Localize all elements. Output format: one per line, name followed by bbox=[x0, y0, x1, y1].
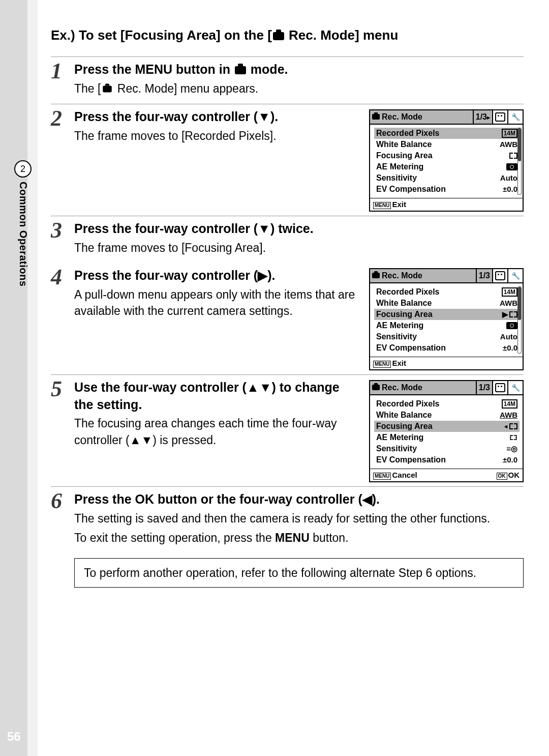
camera-icon bbox=[372, 273, 380, 278]
lcd-row-recorded-pixels: Recorded Pixels14M bbox=[374, 286, 520, 298]
step-number: 5 bbox=[51, 378, 74, 400]
step-number: 6 bbox=[51, 490, 74, 512]
lcd-footer: MENUExit bbox=[370, 198, 523, 211]
manual-page: 56 2 Common Operations Ex.) To set [Focu… bbox=[0, 0, 549, 756]
step-1: 1 Press the MENU button in mode. The [ R… bbox=[51, 56, 524, 100]
step-3: 3 Press the four-way controller (▼) twic… bbox=[51, 216, 524, 259]
section-label: Common Operations bbox=[17, 182, 29, 286]
lcd-footer: MENUExit bbox=[370, 357, 523, 369]
margin-strip-light bbox=[27, 0, 38, 756]
step-number: 1 bbox=[51, 60, 74, 82]
step-title: Press the OK button or the four-way cont… bbox=[74, 491, 524, 508]
step-title: Use the four-way controller (▲▼) to chan… bbox=[74, 379, 360, 414]
lcd-title: Rec. Mode bbox=[370, 381, 476, 394]
lcd-tab-icon bbox=[492, 110, 507, 124]
margin-strip-dark bbox=[0, 0, 27, 756]
section-number-circle: 2 bbox=[14, 160, 32, 178]
step-title: Press the four-way controller (▶). bbox=[74, 267, 360, 284]
lcd-row-ev-comp: EV Compensation±0.0 bbox=[374, 454, 520, 466]
step-body-text: The focusing area changes each time the … bbox=[74, 415, 360, 448]
camera-icon bbox=[372, 385, 380, 390]
lcd-row-white-balance: White BalanceAWB bbox=[374, 139, 520, 150]
lcd-tab-icon: 🔧 bbox=[507, 269, 523, 282]
step-number: 2 bbox=[51, 107, 74, 130]
example-heading: Ex.) To set [Focusing Area] on the [ Rec… bbox=[51, 27, 524, 43]
step-title: Press the MENU button in mode. bbox=[74, 61, 524, 78]
page-number: 56 bbox=[7, 730, 21, 744]
lcd-row-sensitivity: Sensitivity≡◎ bbox=[374, 443, 520, 454]
lcd-row-recorded-pixels: Recorded Pixels14M bbox=[374, 398, 520, 410]
step-title: Press the four-way controller (▼) twice. bbox=[74, 220, 524, 238]
step-number: 3 bbox=[51, 219, 74, 242]
lcd-title: Rec. Mode bbox=[370, 269, 476, 282]
lcd-row-ev-comp: EV Compensation±0.0 bbox=[374, 184, 520, 195]
step-body-text: The frame moves to [Focusing Area]. bbox=[74, 240, 524, 256]
lcd-row-recorded-pixels: Recorded Pixels14M bbox=[374, 128, 520, 139]
camera-icon bbox=[235, 66, 246, 74]
step-body-text: The setting is saved and then the camera… bbox=[74, 510, 524, 527]
step-body-text: To exit the setting operation, press the… bbox=[74, 530, 524, 546]
lcd-row-ev-comp: EV Compensation±0.0 bbox=[374, 342, 520, 354]
lcd-row-sensitivity: SensitivityAuto bbox=[374, 331, 520, 342]
lcd-row-ae-metering: AE Metering bbox=[374, 432, 520, 443]
heading-text-b: Rec. Mode] menu bbox=[285, 27, 398, 43]
lcd-tab-icon bbox=[492, 269, 507, 282]
lcd-preview-3: Rec. Mode 1/3 🔧 Recorded Pixels14M White… bbox=[369, 380, 524, 482]
section-tab: 2 Common Operations bbox=[14, 160, 32, 286]
lcd-row-focusing-area: Focusing Area▶ bbox=[374, 309, 520, 320]
step-4: 4 Press the four-way controller (▶). A p… bbox=[51, 263, 524, 370]
lcd-row-ae-metering: AE Metering bbox=[374, 161, 520, 172]
lcd-page-indicator: 1/3 bbox=[476, 381, 492, 394]
lcd-preview-2: Rec. Mode 1/3 🔧 Recorded Pixels14M White… bbox=[369, 268, 524, 370]
note-box: To perform another operation, refer to t… bbox=[74, 558, 524, 588]
lcd-tab-icon: 🔧 bbox=[507, 381, 523, 394]
lcd-tab-icon bbox=[492, 381, 507, 394]
lcd-row-white-balance: White BalanceAWB bbox=[374, 410, 520, 421]
lcd-row-white-balance: White BalanceAWB bbox=[374, 298, 520, 309]
step-body-text: The frame moves to [Recorded Pixels]. bbox=[74, 128, 360, 144]
content-area: Ex.) To set [Focusing Area] on the [ Rec… bbox=[51, 27, 524, 588]
step-body-text: The [ Rec. Mode] menu appears. bbox=[74, 80, 524, 97]
step-title: Press the four-way controller (▼). bbox=[74, 108, 360, 126]
step-number: 4 bbox=[51, 266, 74, 288]
lcd-footer: MENUCancel OKOK bbox=[370, 469, 523, 481]
lcd-page-indicator: 1/3 bbox=[476, 269, 492, 282]
lcd-scrollbar bbox=[517, 128, 522, 195]
lcd-page-indicator: 1/3 bbox=[473, 110, 492, 124]
step-2: 2 Press the four-way controller (▼). The… bbox=[51, 104, 524, 212]
lcd-row-sensitivity: SensitivityAuto bbox=[374, 172, 520, 184]
step-6: 6 Press the OK button or the four-way co… bbox=[51, 486, 524, 549]
camera-icon bbox=[372, 114, 380, 120]
camera-icon bbox=[273, 32, 284, 40]
lcd-row-focusing-area: Focusing Area bbox=[374, 150, 520, 161]
lcd-scrollbar bbox=[517, 286, 522, 354]
heading-text-a: Ex.) To set [Focusing Area] on the [ bbox=[51, 27, 272, 43]
lcd-tab-icon: 🔧 bbox=[507, 110, 523, 124]
lcd-row-ae-metering: AE Metering bbox=[374, 320, 520, 331]
step-5: 5 Use the four-way controller (▲▼) to ch… bbox=[51, 374, 524, 482]
lcd-title: Rec. Mode bbox=[370, 110, 473, 124]
lcd-row-focusing-area: Focusing Area bbox=[374, 421, 520, 432]
lcd-preview-1: Rec. Mode 1/3 🔧 Recorded Pixels14M White… bbox=[369, 109, 524, 212]
camera-icon bbox=[103, 85, 112, 92]
step-body-text: A pull-down menu appears only with the i… bbox=[74, 286, 360, 319]
